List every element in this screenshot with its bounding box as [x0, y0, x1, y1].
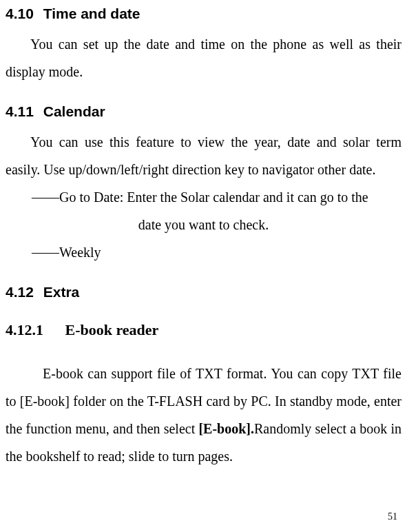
- heading-number: 4.10: [6, 6, 34, 21]
- page-number: 51: [388, 511, 397, 522]
- heading-number: 4.12.1: [6, 321, 43, 338]
- body-410: You can set up the date and time on the …: [6, 30, 401, 85]
- heading-number: 4.11: [6, 103, 34, 119]
- bullet-weekly: ――Weekly: [6, 238, 401, 266]
- bullet-goto-date-line1: ――Go to Date: Enter the Solar calendar a…: [6, 183, 401, 211]
- heading-410: 4.10 Time and date: [6, 6, 401, 22]
- heading-title: Extra: [43, 284, 80, 300]
- body-4121-bold: [E-book].: [198, 421, 254, 436]
- heading-4121: 4.12.1 E-book reader: [6, 321, 401, 339]
- heading-title: Calendar: [43, 103, 105, 119]
- heading-411: 4.11 Calendar: [6, 103, 401, 120]
- section-calendar: 4.11 Calendar You can use this feature t…: [6, 103, 401, 266]
- body-411: You can use this feature to view the yea…: [6, 128, 401, 183]
- heading-title: E-book reader: [65, 321, 159, 338]
- bullet-goto-date-line2: date you want to check.: [6, 211, 401, 238]
- heading-title: Time and date: [43, 6, 140, 21]
- section-extra: 4.12 Extra: [6, 284, 401, 300]
- section-time-and-date: 4.10 Time and date You can set up the da…: [6, 6, 401, 85]
- heading-number: 4.12: [6, 284, 34, 300]
- section-ebook-reader: 4.12.1 E-book reader E-book can support …: [6, 321, 401, 470]
- heading-412: 4.12 Extra: [6, 284, 401, 300]
- body-4121: E-book can support file of TXT format. Y…: [6, 360, 401, 470]
